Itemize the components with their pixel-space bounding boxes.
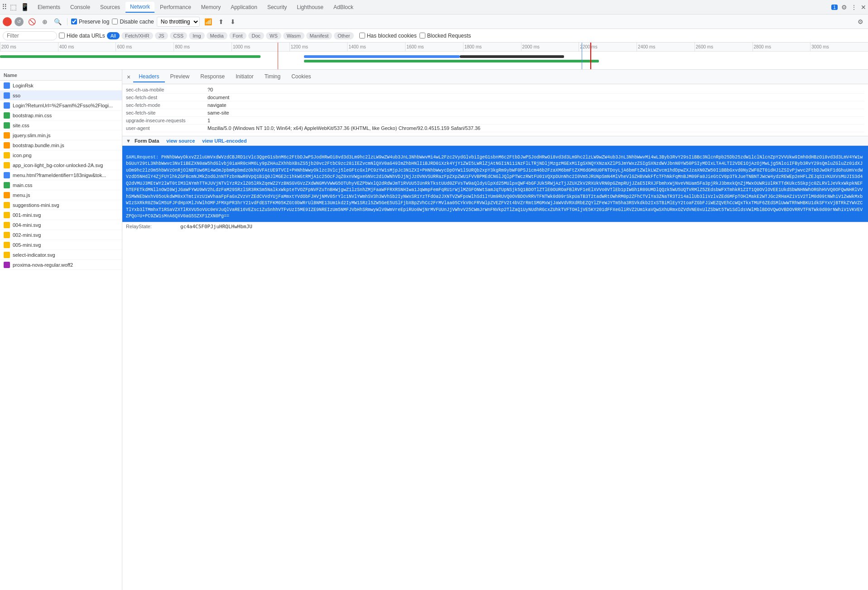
blocked-requests-checkbox[interactable] [420, 33, 425, 38]
file-item-jquery[interactable]: jquery.slim.min.js [0, 130, 122, 140]
filter-input[interactable] [3, 31, 57, 40]
file-icon-suggestions-svg [4, 202, 10, 208]
header-name-user-agent: user-agent [126, 125, 207, 131]
file-item-004-svg[interactable]: 004-mini.svg [0, 220, 122, 230]
filter-icon[interactable]: ⊕ [40, 17, 49, 26]
chip-css[interactable]: CSS [170, 32, 188, 39]
tab-lighthouse[interactable]: Lighthouse [292, 2, 328, 12]
file-item-suggestions-svg[interactable]: suggestions-mini.svg [0, 200, 122, 210]
filter-toolbar: Hide data URLs All Fetch/XHR JS CSS Img … [0, 29, 868, 43]
tab-console[interactable]: Console [66, 2, 95, 12]
chip-all[interactable]: All [107, 32, 120, 39]
file-item-005-svg[interactable]: 005-mini.svg [0, 240, 122, 250]
disable-cache-label[interactable]: Disable cache [112, 19, 154, 25]
download-icon[interactable]: ⬇ [228, 17, 237, 26]
chip-manifest[interactable]: Manifest [306, 32, 333, 39]
detail-tab-cookies[interactable]: Cookies [286, 72, 316, 82]
form-data-toggle[interactable]: ▼ [126, 138, 131, 144]
timeline-bar-dark [460, 55, 564, 58]
file-item-font[interactable]: proxima-nova-regular.woff2 [0, 260, 122, 270]
chip-img[interactable]: Img [189, 32, 204, 39]
close-icon[interactable]: ✕ [861, 4, 866, 11]
header-value-user-agent: Mozilla/5.0 (Windows NT 10.0; Win64; x64… [207, 125, 480, 131]
has-blocked-cookies-text: Has blocked cookies [367, 33, 417, 39]
relay-state-value: gc4a4C5F0PJjuHRQLHwHbmJU [180, 224, 252, 230]
blocked-requests-label[interactable]: Blocked Requests [420, 33, 471, 39]
separator-1 [67, 18, 68, 25]
wifi-icon[interactable]: 📶 [203, 17, 214, 26]
file-item-menu[interactable]: menu.html?frameIdentifier=183nigw&tok... [0, 170, 122, 180]
chip-wasm[interactable]: Wasm [283, 32, 304, 39]
tab-elements[interactable]: Elements [33, 2, 65, 12]
detail-tab-preview[interactable]: Preview [165, 72, 195, 82]
file-icon-sso [4, 92, 10, 99]
throttle-select[interactable]: No throttling Fast 3G Slow 3G Offline [157, 17, 200, 27]
file-list-header: Name [0, 70, 122, 81]
view-url-encoded-link[interactable]: view URL-encoded [202, 138, 246, 144]
upload-icon[interactable]: ⬆ [217, 17, 226, 26]
header-name-mobile: sec-ch-ua-mobile [126, 87, 207, 92]
name-column-header: Name [4, 72, 17, 78]
file-item-main-css[interactable]: main.css [0, 180, 122, 190]
tick-1400: 1400 ms [347, 43, 405, 51]
detail-tab-initiator[interactable]: Initiator [230, 72, 259, 82]
settings-icon[interactable]: ⚙ [841, 4, 847, 11]
form-data-header: ▼ Form Data view source view URL-encoded [122, 136, 868, 146]
detail-tab-headers[interactable]: Headers [133, 72, 164, 82]
devtools-device-icon[interactable]: 📱 [20, 3, 29, 11]
file-item-loginrsk[interactable]: LoginRsk [0, 81, 122, 91]
preserve-log-label[interactable]: Preserve log [71, 19, 109, 25]
file-name-app-icon: app_icon-light_bg-color-unlocked-2A.svg [13, 163, 103, 168]
tab-security[interactable]: Security [263, 2, 291, 12]
file-item-001-svg[interactable]: 001-mini.svg [0, 210, 122, 220]
file-item-site-css[interactable]: site.css [0, 120, 122, 130]
chip-ws[interactable]: WS [266, 32, 281, 39]
file-icon-002-svg [4, 232, 10, 238]
main-area: Name LoginRsk sso Login?ReturnUrl=%2Fsam… [0, 70, 868, 590]
chip-js[interactable]: JS [155, 32, 168, 39]
chip-fetch-xhr[interactable]: Fetch/XHR [121, 32, 153, 39]
search-button[interactable]: 🔍 [52, 17, 63, 26]
has-blocked-cookies-checkbox[interactable] [359, 33, 365, 38]
file-item-002-svg[interactable]: 002-mini.svg [0, 230, 122, 240]
file-item-login-return[interactable]: Login?ReturnUrl=%2Fsaml%2Fsso%2Flogi... [0, 101, 122, 110]
file-item-bootstrap-css[interactable]: bootstrap.min.css [0, 110, 122, 120]
more-settings-icon[interactable]: ⚙ [856, 17, 865, 26]
chip-other[interactable]: Other [334, 32, 354, 39]
tab-adblock[interactable]: AdBlock [329, 2, 358, 12]
file-item-menu-js[interactable]: menu.js [0, 190, 122, 200]
detail-panel: × Headers Preview Response Initiator Tim… [122, 70, 868, 590]
clear-button[interactable]: 🚫 [26, 17, 38, 26]
file-item-app-icon[interactable]: app_icon-light_bg-color-unlocked-2A.svg [0, 160, 122, 170]
relay-state-row: RelayState: gc4a4C5F0PJjuHRQLHwHbmJU [122, 222, 868, 231]
file-item-select-svg[interactable]: select-indicator.svg [0, 250, 122, 260]
chip-font[interactable]: Font [229, 32, 246, 39]
reload-button[interactable]: ↺ [14, 17, 24, 26]
hide-data-urls-checkbox[interactable] [59, 33, 65, 38]
view-source-link[interactable]: view source [166, 138, 195, 144]
detail-tab-timing[interactable]: Timing [259, 72, 286, 82]
file-icon-icon-png [4, 152, 10, 158]
tab-sources[interactable]: Sources [96, 2, 125, 12]
record-button[interactable] [3, 17, 12, 26]
more-icon[interactable]: ⋮ [851, 4, 857, 11]
has-blocked-cookies-label[interactable]: Has blocked cookies [359, 33, 417, 39]
file-icon-001-svg [4, 212, 10, 218]
file-item-icon-png[interactable]: icon.png [0, 150, 122, 160]
detail-tab-response[interactable]: Response [195, 72, 230, 82]
chip-media[interactable]: Media [207, 32, 227, 39]
devtools-menu-icon[interactable]: ⠿ [2, 3, 7, 11]
preserve-log-checkbox[interactable] [71, 19, 77, 24]
tab-performance[interactable]: Performance [155, 2, 196, 12]
tab-memory[interactable]: Memory [197, 2, 225, 12]
tab-application[interactable]: Application [226, 2, 262, 12]
devtools-inspect-icon[interactable]: ⬚ [10, 3, 17, 11]
file-item-bootstrap-bundle[interactable]: bootstrap.bundle.min.js [0, 140, 122, 150]
detail-close-button[interactable]: × [124, 72, 133, 82]
tab-network[interactable]: Network [125, 2, 154, 13]
file-icon-bootstrap-bundle [4, 142, 10, 149]
disable-cache-checkbox[interactable] [112, 19, 118, 24]
file-item-sso[interactable]: sso [0, 91, 122, 101]
hide-data-urls-label[interactable]: Hide data URLs [59, 33, 105, 39]
chip-doc[interactable]: Doc [248, 32, 265, 39]
